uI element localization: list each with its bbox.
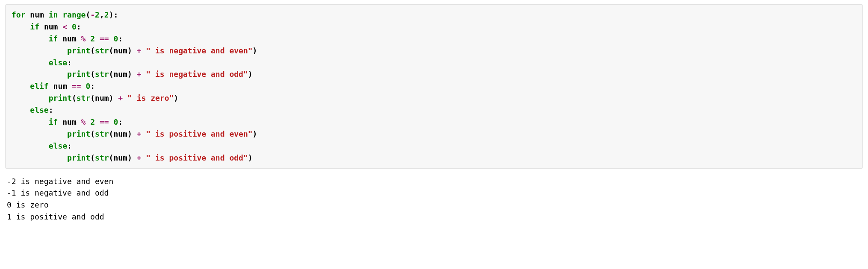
code-token: 2 — [95, 10, 100, 19]
code-token: in — [49, 10, 58, 19]
code-token: ( — [72, 94, 77, 102]
code-token: + — [137, 46, 142, 55]
code-token: str — [95, 70, 109, 79]
code-token — [141, 153, 146, 162]
code-token: 2 — [90, 34, 95, 43]
code-token — [58, 10, 62, 19]
code-token: : — [90, 82, 95, 91]
code-token — [12, 105, 30, 114]
code-token: (num) — [109, 129, 137, 138]
code-token: num — [58, 34, 81, 43]
code-token: 0 — [113, 117, 118, 126]
code-token: " is negative and even" — [146, 46, 252, 55]
code-token: : — [67, 58, 72, 67]
code-token: str — [77, 94, 91, 102]
code-token: ( — [90, 46, 95, 55]
code-token: " is positive and even" — [146, 129, 252, 138]
code-token — [141, 129, 146, 138]
code-line[interactable]: print(str(num) + " is positive and odd") — [12, 152, 856, 164]
output-line: 1 is positive and odd — [7, 211, 861, 223]
code-token: ( — [86, 10, 90, 19]
code-line[interactable]: print(str(num) + " is positive and even"… — [12, 128, 856, 140]
code-token — [86, 34, 90, 43]
code-token — [141, 70, 146, 79]
output-line: 0 is zero — [7, 199, 861, 211]
code-token: for — [12, 10, 26, 19]
code-token: == — [100, 117, 109, 126]
code-input-cell[interactable]: for num in range(-2,2): if num < 0: if n… — [5, 4, 863, 169]
code-token: ) — [253, 129, 257, 138]
code-token — [67, 22, 72, 31]
code-token: num — [58, 117, 81, 126]
code-token: : — [49, 105, 53, 114]
code-line[interactable]: if num % 2 == 0: — [12, 116, 856, 128]
code-token: (num) — [109, 70, 137, 79]
code-token: ) — [253, 46, 257, 55]
code-token: elif — [30, 82, 48, 91]
code-token — [86, 117, 90, 126]
code-token: print — [67, 153, 90, 162]
code-token: str — [95, 153, 109, 162]
code-token — [12, 141, 49, 150]
code-token: else — [49, 141, 67, 150]
code-token: print — [67, 46, 90, 55]
code-token: str — [95, 129, 109, 138]
code-token — [12, 129, 67, 138]
code-token — [95, 117, 100, 126]
code-token — [12, 58, 49, 67]
code-token: == — [72, 82, 81, 91]
code-token: : — [67, 141, 72, 150]
code-token: ( — [90, 70, 95, 79]
code-token — [109, 117, 114, 126]
code-token: if — [49, 34, 58, 43]
code-token: 2 — [104, 10, 109, 19]
code-token: str — [95, 46, 109, 55]
code-token: ( — [90, 153, 95, 162]
code-token: num — [49, 82, 72, 91]
code-token: : — [77, 22, 81, 31]
code-token: < — [62, 22, 67, 31]
code-token — [12, 70, 67, 79]
code-token — [123, 94, 127, 102]
code-token: == — [100, 34, 109, 43]
code-line[interactable]: else: — [12, 140, 856, 152]
code-token: num — [26, 10, 49, 19]
code-token: + — [137, 153, 142, 162]
code-line[interactable]: else: — [12, 104, 856, 116]
code-line[interactable]: if num < 0: — [12, 21, 856, 33]
code-line[interactable]: else: — [12, 57, 856, 69]
code-token — [81, 82, 86, 91]
code-token: print — [67, 129, 90, 138]
code-line[interactable]: for num in range(-2,2): — [12, 9, 856, 21]
code-token: + — [137, 70, 142, 79]
code-token: ) — [174, 94, 178, 102]
code-token: " is negative and odd" — [146, 70, 248, 79]
code-token — [12, 94, 49, 102]
code-token — [12, 22, 30, 31]
code-token — [12, 153, 67, 162]
code-line[interactable]: if num % 2 == 0: — [12, 33, 856, 45]
code-output-cell: -2 is negative and even-1 is negative an… — [5, 175, 863, 223]
code-token — [12, 117, 49, 126]
code-token: 0 — [86, 82, 90, 91]
code-line[interactable]: elif num == 0: — [12, 80, 856, 92]
code-token: else — [49, 58, 67, 67]
code-token: (num) — [90, 94, 118, 102]
code-token: else — [30, 105, 48, 114]
output-line: -2 is negative and even — [7, 175, 861, 187]
code-token: " is zero" — [127, 94, 174, 102]
code-token: ( — [90, 129, 95, 138]
code-token: print — [49, 94, 72, 102]
code-line[interactable]: print(str(num) + " is zero") — [12, 92, 856, 104]
code-token: print — [67, 70, 90, 79]
code-token — [12, 34, 49, 43]
code-line[interactable]: print(str(num) + " is negative and odd") — [12, 68, 856, 80]
code-token: - — [90, 10, 95, 19]
code-line[interactable]: print(str(num) + " is negative and even"… — [12, 45, 856, 57]
code-token — [12, 82, 30, 91]
code-token: num — [39, 22, 62, 31]
code-token: + — [137, 129, 142, 138]
code-token — [141, 46, 146, 55]
code-token: % — [81, 34, 86, 43]
code-token: " is positive and odd" — [146, 153, 248, 162]
